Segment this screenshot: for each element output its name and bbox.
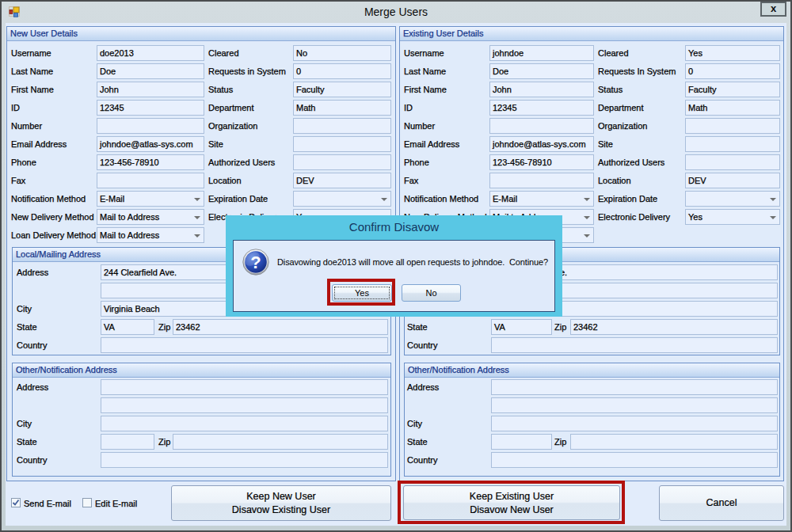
svg-text:?: ? — [250, 253, 261, 272]
